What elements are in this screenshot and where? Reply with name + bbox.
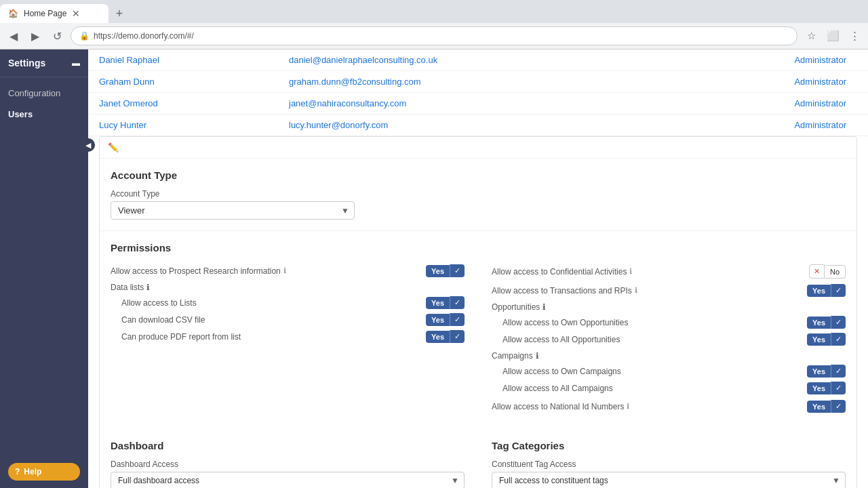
new-tab-btn[interactable]: +	[111, 5, 127, 22]
prospect-research-yes-btn[interactable]: Yes	[426, 265, 450, 277]
user-name[interactable]: Janet Ormerod	[99, 98, 289, 108]
own-campaigns-toggle: Yes ✓	[807, 365, 846, 378]
user-email[interactable]: janet@nahiraconsultancy.com	[289, 98, 755, 108]
user-row[interactable]: Lucy Hunter lucy.hunter@donorfy.com Admi…	[88, 115, 868, 136]
opportunities-label: Opportunities ℹ	[492, 302, 846, 312]
own-opportunities-label: Allow access to Own Opportunities	[502, 318, 628, 327]
pdf-report-toggle: Yes ✓	[426, 330, 465, 343]
user-name[interactable]: Daniel Raphael	[99, 55, 289, 65]
tab-close-btn[interactable]: ✕	[72, 8, 80, 19]
user-role: Administrator	[755, 120, 857, 130]
sidebar-item-configuration-label: Configuration	[8, 88, 60, 98]
user-name[interactable]: Graham Dunn	[99, 77, 289, 87]
allow-lists-check-btn[interactable]: ✓	[450, 296, 465, 309]
own-opportunities-check-btn[interactable]: ✓	[831, 316, 846, 329]
all-opportunities-label: Allow access to All Opportunities	[502, 335, 620, 344]
tag-categories-field-label: Constituent Tag Access	[492, 460, 846, 469]
all-opportunities-yes-btn[interactable]: Yes	[807, 333, 831, 346]
refresh-btn[interactable]: ↺	[49, 28, 65, 44]
user-name[interactable]: Lucy Hunter	[99, 120, 289, 130]
perm-allow-lists: Allow access to Lists Yes ✓	[121, 296, 465, 309]
dashboard-select-wrapper: Full dashboard access Limited dashboard …	[111, 472, 465, 488]
perm-all-campaigns: Allow access to All Campaigns Yes ✓	[502, 382, 846, 394]
opportunities-sub-perms: Allow access to Own Opportunities Yes ✓	[502, 316, 846, 346]
own-campaigns-yes-btn[interactable]: Yes	[807, 365, 831, 378]
user-email[interactable]: daniel@danielraphaelconsulting.co.uk	[289, 55, 755, 65]
own-opportunities-yes-btn[interactable]: Yes	[807, 317, 831, 329]
confidential-activities-toggle: ✕ No	[809, 264, 846, 279]
all-campaigns-yes-btn[interactable]: Yes	[807, 382, 831, 394]
address-bar[interactable]: 🔒 https://demo.donorfy.com/#/	[71, 26, 797, 45]
tag-categories-select[interactable]: Full access to constituent tags Limited …	[492, 472, 846, 488]
campaigns-info-icon[interactable]: ℹ	[536, 351, 539, 361]
data-lists-sub-perms: Allow access to Lists Yes ✓ Ca	[121, 296, 465, 343]
confidential-activities-x-btn[interactable]: ✕	[809, 264, 825, 279]
edit-icon-row: ✏️	[100, 137, 856, 159]
active-tab[interactable]: 🏠 Home Page ✕	[0, 4, 108, 23]
all-campaigns-label: Allow access to All Campaigns	[502, 384, 613, 393]
confidential-activities-label: Allow access to Confidential Activities …	[492, 267, 632, 277]
sidebar-collapse-icon[interactable]: ▬	[72, 58, 80, 68]
national-id-toggle: Yes ✓	[807, 400, 846, 413]
user-email[interactable]: lucy.hunter@donorfy.com	[289, 120, 755, 130]
back-btn[interactable]: ◀	[5, 28, 22, 44]
pdf-report-check-btn[interactable]: ✓	[450, 330, 465, 343]
sidebar-item-users[interactable]: Users	[0, 104, 88, 125]
opportunities-group: Opportunities ℹ Allow access to Own Oppo…	[492, 302, 846, 346]
perm-confidential-activities: Allow access to Confidential Activities …	[492, 264, 846, 279]
prospect-research-check-btn[interactable]: ✓	[450, 264, 465, 277]
help-button[interactable]: ? Help	[8, 463, 80, 481]
perm-pdf-report: Can produce PDF report from list Yes ✓	[121, 330, 465, 343]
transactions-rpis-check-btn[interactable]: ✓	[831, 284, 846, 297]
account-type-section: Account Type Account Type Viewer Standar…	[100, 159, 856, 231]
confidential-activities-no-btn[interactable]: No	[825, 265, 846, 279]
allow-lists-yes-btn[interactable]: Yes	[426, 297, 450, 309]
all-opportunities-check-btn[interactable]: ✓	[831, 333, 846, 346]
national-id-info-icon[interactable]: ℹ	[627, 402, 629, 411]
star-icon[interactable]: ☆	[803, 28, 819, 44]
opportunities-info-icon[interactable]: ℹ	[542, 302, 546, 312]
sidebar-item-configuration[interactable]: Configuration	[0, 83, 88, 104]
perm-csv-download: Can download CSV file Yes ✓	[121, 313, 465, 326]
csv-download-check-btn[interactable]: ✓	[450, 313, 465, 326]
user-role: Administrator	[755, 98, 857, 108]
tag-categories-section: Tag Categories Constituent Tag Access Fu…	[492, 440, 846, 488]
data-lists-info-icon[interactable]: ℹ	[146, 283, 150, 292]
campaigns-group: Campaigns ℹ Allow access to Own Campaign…	[492, 351, 846, 394]
tab-favicon: 🏠	[8, 9, 18, 18]
campaigns-sub-perms: Allow access to Own Campaigns Yes ✓	[502, 365, 846, 394]
user-email[interactable]: graham.dunn@fb2consulting.com	[289, 77, 755, 87]
sidebar-title: Settings	[8, 58, 45, 68]
user-row[interactable]: Daniel Raphael daniel@danielraphaelconsu…	[88, 49, 868, 71]
own-campaigns-check-btn[interactable]: ✓	[831, 365, 846, 378]
transactions-rpis-yes-btn[interactable]: Yes	[807, 285, 831, 297]
national-id-check-btn[interactable]: ✓	[831, 400, 846, 413]
dashboard-field-label: Dashboard Access	[111, 460, 465, 469]
user-row[interactable]: Graham Dunn graham.dunn@fb2consulting.co…	[88, 71, 868, 93]
menu-icon[interactable]: ⋮	[846, 28, 863, 44]
permissions-section: Permissions Allow access to Prospect Res…	[100, 231, 856, 429]
own-opportunities-toggle: Yes ✓	[807, 316, 846, 329]
dashboard-title: Dashboard	[111, 440, 465, 451]
user-row[interactable]: Janet Ormerod janet@nahiraconsultancy.co…	[88, 93, 868, 115]
csv-download-yes-btn[interactable]: Yes	[426, 314, 450, 326]
national-id-yes-btn[interactable]: Yes	[807, 401, 831, 413]
dashboard-select[interactable]: Full dashboard access Limited dashboard …	[111, 472, 465, 488]
sidebar-toggle-btn[interactable]: ◀	[81, 138, 95, 152]
perm-prospect-research-label: Allow access to Prospect Research inform…	[111, 266, 286, 276]
prospect-research-info-icon[interactable]: ℹ	[283, 266, 286, 275]
transactions-rpis-info-icon[interactable]: ℹ	[635, 286, 637, 295]
forward-btn[interactable]: ▶	[27, 28, 43, 44]
pdf-report-yes-btn[interactable]: Yes	[426, 331, 450, 343]
edit-icon[interactable]: ✏️	[108, 142, 119, 152]
dashboard-section: Dashboard Dashboard Access Full dashboar…	[111, 440, 465, 488]
all-campaigns-check-btn[interactable]: ✓	[831, 382, 846, 394]
perm-prospect-research: Allow access to Prospect Research inform…	[111, 264, 465, 277]
account-type-select[interactable]: Viewer Standard Administrator	[111, 201, 355, 220]
confidential-activities-info-icon[interactable]: ℹ	[629, 267, 632, 276]
extensions-icon[interactable]: ⬜	[825, 28, 841, 44]
url-text: https://demo.donorfy.com/#/	[94, 31, 194, 41]
all-opportunities-toggle: Yes ✓	[807, 333, 846, 346]
tab-bar: 🏠 Home Page ✕ +	[0, 0, 868, 23]
prospect-research-toggle: Yes ✓	[426, 264, 465, 277]
